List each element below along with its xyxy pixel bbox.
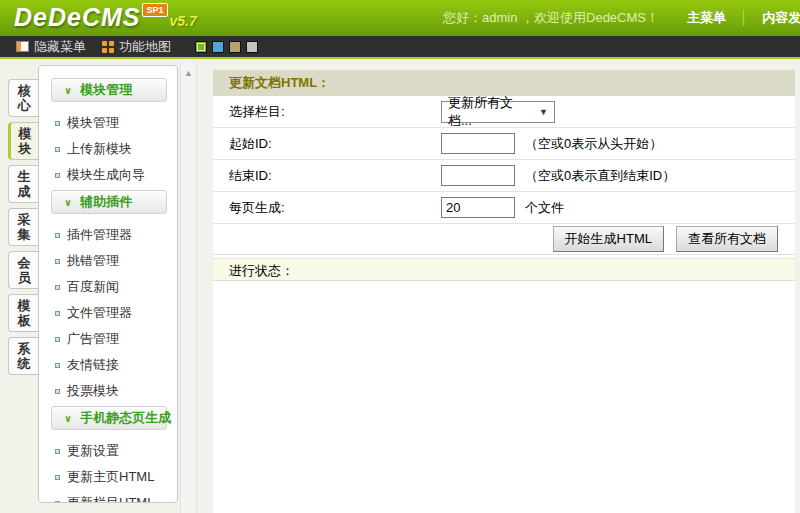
form-row-category: 选择栏目: 更新所有文档... ▼ [213,96,795,128]
bullet-icon [55,449,60,454]
category-label: 选择栏目: [213,103,441,121]
sidebar-item-friend-links[interactable]: 友情链接 [39,352,177,378]
sidebar-item-module-wizard[interactable]: 模块生成向导 [39,162,177,188]
section-aux-plugins[interactable]: ∨辅助插件 [51,190,167,214]
section-module-manage[interactable]: ∨模块管理 [51,78,167,102]
per-page-input[interactable] [441,197,515,218]
theme-swatch-blue[interactable] [212,41,224,53]
bullet-icon [55,501,60,503]
theme-swatch-green[interactable] [195,41,207,53]
section-mobile-static[interactable]: ∨手机静态页生成 [51,406,167,430]
tab-collect[interactable]: 采集 [8,208,39,246]
sp1-badge: SP1 [142,3,167,17]
per-page-label: 每页生成: [213,199,441,217]
chevron-down-icon: ∨ [64,197,72,208]
module-tabs: 核心 模块 生成 采集 会员 模板 系统 [8,79,39,380]
tab-core[interactable]: 核心 [8,79,39,117]
bullet-icon [55,173,60,178]
sidebar-item-error-report[interactable]: 挑错管理 [39,248,177,274]
logo-text: DeDeCMS [14,3,140,31]
form-row-end-id: 结束ID: （空或0表示直到结束ID） [213,160,795,192]
bullet-icon [55,475,60,480]
end-id-hint: （空或0表示直到结束ID） [525,167,675,185]
sidebar-item-vote-module[interactable]: 投票模块 [39,378,177,404]
sidebar-scrollbar[interactable]: ▲ [180,62,197,513]
form-actions: 开始生成HTML 查看所有文档 [213,224,795,255]
tab-system[interactable]: 系统 [8,337,39,375]
sidebar-item-plugin-manager[interactable]: 插件管理器 [39,222,177,248]
start-id-hint: （空或0表示从头开始） [525,135,662,153]
hide-menu-button[interactable]: 隐藏菜单 [16,38,86,56]
start-generate-button[interactable]: 开始生成HTML [553,226,664,252]
chevron-down-icon: ∨ [64,413,72,424]
status-bar: 进行状态： [213,258,795,281]
header-right: 您好：admin ，欢迎使用DedeCMS！主菜单│内容发布│内容管理 [443,0,800,36]
tab-template[interactable]: 模板 [8,294,39,332]
end-id-input[interactable] [441,165,515,186]
bullet-icon [55,285,60,290]
form-row-per-page: 每页生成: 个文件 [213,192,795,224]
sidebar-item-ad-manage[interactable]: 广告管理 [39,326,177,352]
sidebar-item-update-settings[interactable]: 更新设置 [39,438,177,464]
version-label: v5.7 [170,13,197,29]
theme-swatches [195,41,263,53]
bullet-icon [55,337,60,342]
chevron-down-icon: ▼ [539,107,548,117]
start-id-label: 起始ID: [213,135,441,153]
app-header: DeDeCMSSP1v5.7 您好：admin ，欢迎使用DedeCMS！主菜单… [0,0,800,36]
sidebar-item-file-manager[interactable]: 文件管理器 [39,300,177,326]
bullet-icon [55,147,60,152]
function-map-icon [102,41,114,53]
per-page-hint: 个文件 [525,199,564,217]
sidebar: ∨模块管理 模块管理 上传新模块 模块生成向导 ∨辅助插件 插件管理器 挑错管理… [38,65,178,503]
bullet-icon [55,389,60,394]
sidebar-item-module-manage[interactable]: 模块管理 [39,110,177,136]
tab-module[interactable]: 模块 [8,122,39,160]
toolbar: 隐藏菜单 功能地图 [0,36,800,59]
theme-swatch-tan[interactable] [229,41,241,53]
bullet-icon [55,121,60,126]
end-id-label: 结束ID: [213,167,441,185]
scroll-up-icon[interactable]: ▲ [181,62,196,78]
page-title: 更新文档HTML： [213,70,795,96]
sidebar-item-upload-module[interactable]: 上传新模块 [39,136,177,162]
top-menu-content-publish[interactable]: 内容发布 [748,10,800,25]
sidebar-item-update-column-html[interactable]: 更新栏目HTML [39,490,177,503]
view-all-docs-button[interactable]: 查看所有文档 [676,226,778,252]
tab-generate[interactable]: 生成 [8,165,39,203]
main-content: 更新文档HTML： 选择栏目: 更新所有文档... ▼ 起始ID: （空或0表示… [213,70,795,513]
logo: DeDeCMSSP1v5.7 [14,3,197,32]
hide-menu-icon [16,41,29,52]
tab-member[interactable]: 会员 [8,251,39,289]
sidebar-item-baidu-news[interactable]: 百度新闻 [39,274,177,300]
bullet-icon [55,311,60,316]
bullet-icon [55,363,60,368]
bullet-icon [55,259,60,264]
function-map-button[interactable]: 功能地图 [102,38,171,56]
start-id-input[interactable] [441,133,515,154]
theme-swatch-gray[interactable] [246,41,258,53]
top-menu-main[interactable]: 主菜单 [673,10,740,25]
form-row-start-id: 起始ID: （空或0表示从头开始） [213,128,795,160]
greeting-text: 您好：admin ，欢迎使用DedeCMS！ [443,10,659,25]
chevron-down-icon: ∨ [64,85,72,96]
category-select-value: 更新所有文档... [448,94,533,130]
category-select[interactable]: 更新所有文档... ▼ [441,101,555,123]
sidebar-item-update-home-html[interactable]: 更新主页HTML [39,464,177,490]
bullet-icon [55,233,60,238]
menu-separator: │ [740,10,748,25]
